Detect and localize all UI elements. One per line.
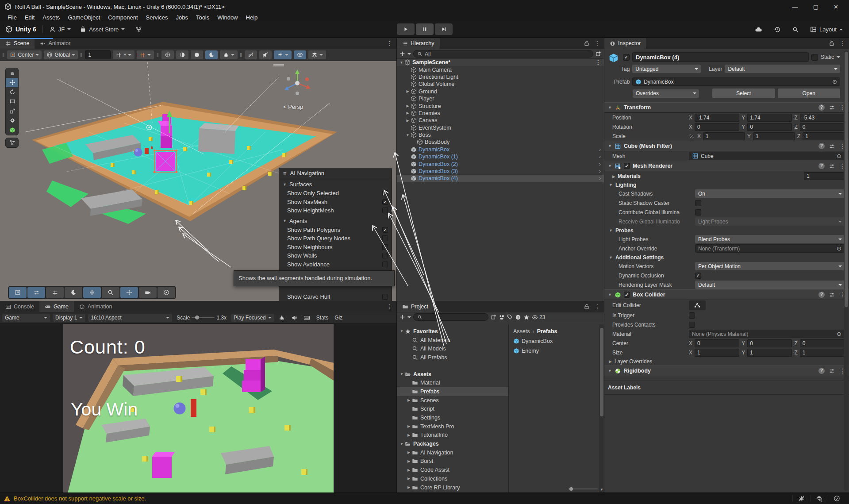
create-add-caret[interactable] — [407, 53, 411, 57]
tab-scene[interactable]: Scene — [0, 38, 35, 49]
step-button[interactable] — [435, 23, 453, 35]
project-folder-core-rp-library[interactable]: ▶Core RP Library — [397, 483, 508, 492]
field-scale-z[interactable]: 1 — [803, 132, 845, 140]
scene-visibility-toggle[interactable] — [294, 50, 306, 59]
debugger-disabled-icon[interactable] — [792, 495, 810, 502]
hierarchy-item-player[interactable]: Player — [397, 95, 604, 102]
aspect-ratio-dropdown[interactable]: 16:10 Aspect — [88, 314, 172, 322]
global-search-icon[interactable] — [792, 27, 799, 33]
ai-nav-option-show-walls[interactable]: Show Walls — [279, 251, 392, 260]
object-picker-icon[interactable]: ⊙ — [837, 245, 841, 252]
tab-game[interactable]: Game — [39, 301, 74, 312]
hierarchy-item-dynamicbox-3[interactable]: DynamicBox (3)› — [397, 168, 604, 175]
scene-effects-dropdown[interactable] — [274, 50, 292, 59]
gizmos-dropdown[interactable]: Giz — [333, 315, 344, 321]
hierarchy-item-main-camera[interactable]: Main Camera — [397, 66, 604, 73]
transform-tool[interactable] — [6, 116, 19, 126]
checkbox-is-trigger[interactable] — [689, 312, 695, 319]
project-folder-code-assist[interactable]: ▶Code Assist — [397, 466, 508, 474]
menu-services[interactable]: Services — [142, 14, 172, 21]
view-hand-tool[interactable] — [6, 68, 19, 78]
section-lighting[interactable]: ▼Lighting — [604, 181, 849, 189]
open-button[interactable]: Open — [778, 88, 841, 98]
overlay-drag-handle[interactable] — [273, 64, 284, 66]
section-probes[interactable]: ▼Probes — [604, 226, 849, 235]
project-folder-favorites[interactable]: ▼Favorites — [397, 327, 508, 336]
maximize-button[interactable]: ▢ — [813, 4, 818, 10]
camera-preview-tool[interactable] — [139, 287, 157, 298]
close-button[interactable]: ✕ — [834, 4, 838, 10]
asset-labels-section[interactable]: Asset Labels — [604, 381, 849, 395]
field-size-z[interactable]: 1 — [800, 349, 845, 357]
breadcrumb-current[interactable]: Prefabs — [537, 328, 557, 335]
create-add-icon[interactable] — [400, 51, 405, 57]
component-header-transform[interactable]: ▼Transform?⋮ — [604, 102, 849, 113]
hierarchy-item-dynamicbox[interactable]: DynamicBox› — [397, 146, 604, 153]
lock-icon[interactable] — [584, 304, 590, 310]
scene-lighting-toggle[interactable] — [161, 50, 174, 59]
lock-icon[interactable] — [829, 40, 835, 46]
unity-version-badge[interactable]: Unity 6 — [5, 26, 36, 33]
hierarchy-item-global-volume[interactable]: Global Volume — [397, 81, 604, 88]
menu-component[interactable]: Component — [104, 14, 142, 21]
filter-by-label-icon[interactable] — [507, 314, 513, 320]
field-position-y[interactable]: 1.74 — [747, 114, 792, 122]
dropdown-rendering-layer-mask[interactable]: Default — [695, 281, 845, 289]
play-focused-dropdown[interactable]: Play Focused — [231, 314, 274, 322]
project-folder-script[interactable]: Script — [397, 405, 508, 414]
hierarchy-item-bossbody[interactable]: BossBody — [397, 139, 604, 146]
project-folder-all-models[interactable]: All Models — [397, 344, 508, 353]
hierarchy-search-input[interactable] — [413, 50, 593, 58]
hierarchy-item-dynamicbox-2[interactable]: DynamicBox (2)› — [397, 160, 604, 167]
checkbox-show-carve-hull[interactable] — [382, 294, 388, 300]
checkbox-show-only-selected[interactable] — [382, 190, 388, 196]
project-folder-textmesh-pro[interactable]: ▶TextMesh Pro — [397, 422, 508, 431]
preset-icon[interactable] — [829, 104, 835, 111]
dropdown-cast-shadows[interactable]: On — [695, 189, 845, 198]
component-header-mesh-renderer[interactable]: ▼✓Mesh Renderer?⋮ — [604, 161, 849, 171]
ai-navigation-header[interactable]: ≡AI Navigation — [279, 168, 392, 178]
field-scale-y[interactable]: 1 — [753, 132, 795, 140]
component-enabled-checkbox[interactable]: ✓ — [624, 163, 630, 169]
asset-store-dropdown[interactable]: Asset Store — [80, 26, 125, 33]
scene-shading-half-toggle[interactable] — [176, 50, 188, 59]
hierarchy-item-eventsystem[interactable]: EventSystem — [397, 124, 604, 131]
project-folder-collections[interactable]: ▶Collections — [397, 474, 508, 483]
preset-icon[interactable] — [829, 368, 835, 374]
object-field-mesh[interactable]: Cube⊙ — [689, 152, 845, 160]
menu-jobs[interactable]: Jobs — [172, 14, 192, 21]
grid-snap-toggle-button[interactable] — [137, 50, 154, 59]
tool-handle-pivot-dropdown[interactable]: Center — [7, 50, 42, 59]
ai-nav-option-show-neighbours[interactable]: Show Neighbours — [279, 243, 392, 252]
prefab-open-chevron-icon[interactable]: › — [599, 168, 601, 174]
hierarchy-item-boss[interactable]: ▼Boss — [397, 131, 604, 139]
help-icon[interactable]: ? — [818, 292, 825, 298]
node-graph-tool[interactable] — [6, 138, 19, 148]
thumbnail-size-slider[interactable] — [569, 489, 598, 489]
static-checkbox[interactable] — [811, 54, 818, 61]
gameobject-name-field[interactable]: DynamicBox (4) — [632, 52, 809, 62]
ai-nav-section-agents[interactable]: ▼Agents — [279, 216, 392, 226]
search-tool[interactable] — [102, 287, 119, 298]
inspector-scrollbar[interactable] — [844, 50, 849, 491]
project-folder-prefabs[interactable]: Prefabs — [397, 387, 508, 396]
move-overlay-tool[interactable] — [120, 287, 138, 298]
checkbox-show-navmesh[interactable]: ✓ — [382, 199, 388, 205]
prefab-open-chevron-icon[interactable]: › — [599, 175, 601, 181]
ai-nav-section-surfaces[interactable]: ▼Surfaces — [279, 180, 392, 189]
checkbox-show-path-query-nodes[interactable] — [382, 235, 388, 241]
menu-assets[interactable]: Assets — [38, 14, 64, 21]
preset-icon[interactable] — [829, 163, 835, 169]
cloud-services-icon[interactable] — [755, 26, 762, 33]
tab-console[interactable]: Console — [0, 301, 39, 312]
checkbox-contribute-global-illumina[interactable] — [695, 209, 701, 215]
field-rotation-z[interactable]: 0 — [800, 123, 845, 131]
scene-orientation-gizmo[interactable] — [279, 68, 314, 102]
ai-nav-option-show-path-query-nodes[interactable]: Show Path Query Nodes — [279, 234, 392, 243]
compass-tool[interactable] — [158, 287, 175, 298]
prefab-open-chevron-icon[interactable]: › — [599, 161, 601, 167]
display-dropdown[interactable]: Display 1 — [53, 314, 85, 322]
project-folder-all-materials[interactable]: All Materials — [397, 336, 508, 345]
visibility-counter[interactable]: 23 — [532, 314, 545, 320]
project-folder-ai-navigation[interactable]: ▶AI Navigation — [397, 448, 508, 457]
